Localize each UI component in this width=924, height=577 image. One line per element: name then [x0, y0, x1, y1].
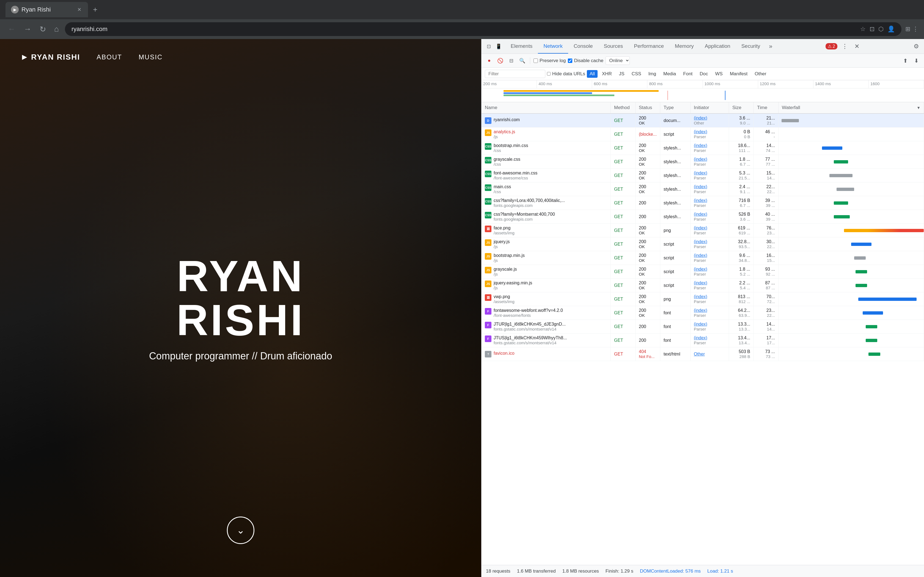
th-method[interactable]: Method [611, 102, 635, 113]
reload-button[interactable]: ↻ [37, 23, 48, 36]
extensions-button[interactable]: ⊞ [905, 26, 910, 33]
waterfall-bar [866, 325, 877, 328]
td-type: script [660, 279, 691, 292]
tab-memory[interactable]: Memory [669, 39, 699, 53]
active-tab[interactable]: ▶ Ryan Rishi ✕ [5, 2, 88, 17]
filter-button[interactable]: ⊟ [507, 56, 515, 65]
load-time: Load: 1.21 s [707, 569, 733, 574]
disable-cache-checkbox[interactable] [568, 58, 572, 63]
size-value: 18.6... [732, 143, 750, 148]
record-button[interactable]: ● [485, 56, 494, 65]
back-button[interactable]: ← [5, 23, 18, 36]
filter-css[interactable]: CSS [629, 70, 644, 78]
search-button[interactable]: 🔍 [518, 56, 527, 65]
table-row[interactable]: CSS main.css /css GET 200 OK stylesh... … [481, 182, 924, 196]
download-icon: ⬇ [914, 57, 919, 64]
devtools-more-button[interactable]: ⋮ [840, 41, 850, 52]
table-row[interactable]: JS grayscale.js /js GET 200 OK script (i… [481, 265, 924, 279]
th-waterfall[interactable]: Waterfall ▼ [779, 102, 924, 113]
td-waterfall [779, 210, 924, 223]
tab-elements[interactable]: Elements [505, 39, 538, 53]
devtools-device-button[interactable]: 📱 [494, 42, 503, 51]
table-row[interactable]: 🖼 face.png /assets/img GET 200 OK png (i… [481, 224, 924, 237]
tab-console[interactable]: Console [568, 39, 598, 53]
table-row[interactable]: 🖼 vwp.png /assets/img GET 200 OK png (in… [481, 292, 924, 306]
bookmark-icon[interactable]: ☆ [860, 26, 866, 33]
tab-sources[interactable]: Sources [598, 39, 628, 53]
filter-img[interactable]: Img [646, 70, 659, 78]
site-logo: ▶ RYAN RISHI [22, 53, 80, 61]
tab-application[interactable]: Application [699, 39, 736, 53]
table-row[interactable]: CSS css?family=Montserrat:400,700 fonts.… [481, 210, 924, 224]
scroll-button[interactable]: ⌄ [227, 517, 254, 544]
cast-icon[interactable]: ⊡ [869, 26, 874, 33]
home-button[interactable]: ⌂ [52, 23, 61, 36]
table-row[interactable]: ? favicon.ico GET 404 Not Fo... text/htm… [481, 347, 924, 361]
filter-other[interactable]: Other [752, 70, 769, 78]
table-row[interactable]: CSS grayscale.css /css GET 200 OK styles… [481, 155, 924, 169]
filter-doc[interactable]: Doc [697, 70, 711, 78]
devtools-actions: ⚠2 ⋮ ✕ [825, 41, 862, 52]
address-input[interactable]: ryanrishi.com ☆ ⊡ ⬡ 👤 [65, 22, 901, 36]
table-row[interactable]: JS analytics.js /js GET (blocke... scrip… [481, 127, 924, 141]
devtools-inspect-button[interactable]: ⊡ [484, 42, 493, 51]
td-type: font [660, 334, 691, 347]
filter-xhr[interactable]: XHR [599, 70, 615, 78]
td-name: JS grayscale.js /js [481, 265, 611, 278]
table-row[interactable]: D ryanrishi.com GET 200 OK docum... (ind… [481, 114, 924, 127]
td-status: 200 OK [635, 114, 660, 127]
table-row[interactable]: JS jquery.easing.min.js /js GET 200 OK s… [481, 279, 924, 292]
devtools-close-button[interactable]: ✕ [852, 41, 862, 52]
filter-font[interactable]: Font [680, 70, 695, 78]
import-button[interactable]: ⬆ [901, 56, 910, 65]
tab-close-button[interactable]: ✕ [76, 5, 82, 14]
waterfall-bar [834, 201, 848, 205]
filter-input[interactable] [485, 70, 545, 78]
tab-security[interactable]: Security [736, 39, 766, 53]
more-tabs-button[interactable]: » [766, 43, 775, 50]
table-row[interactable]: F JTUS|lg1_i6t8kCHKm459WlhyyTh8... fonts… [481, 334, 924, 347]
filter-ws[interactable]: WS [712, 70, 725, 78]
table-row[interactable]: F fontawesome-webfont.woff?v=4.2.0 /font… [481, 306, 924, 320]
td-size: 13.3... 13.3... [729, 320, 754, 333]
th-name[interactable]: Name [481, 102, 611, 113]
hide-data-urls-label[interactable]: Hide data URLs [547, 71, 585, 77]
td-status: 200 OK [635, 251, 660, 264]
file-path: fonts.googleapis.com [494, 217, 555, 221]
type-value: docum... [664, 118, 687, 123]
table-row[interactable]: CSS bootstrap.min.css /css GET 200 OK st… [481, 141, 924, 155]
filter-manifest[interactable]: Manifest [727, 70, 750, 78]
nav-about[interactable]: ABOUT [97, 53, 122, 61]
disable-cache-label[interactable]: Disable cache [568, 58, 603, 63]
table-row[interactable]: CSS css?family=Lora:400,700,400italic,..… [481, 196, 924, 210]
filter-all[interactable]: All [587, 70, 598, 78]
forward-button[interactable]: → [21, 23, 34, 36]
th-status[interactable]: Status [635, 102, 660, 113]
hide-data-urls-checkbox[interactable] [547, 72, 551, 76]
th-type[interactable]: Type [660, 102, 691, 113]
table-row[interactable]: JS bootstrap.min.js /js GET 200 OK scrip… [481, 251, 924, 265]
preserve-log-label[interactable]: Preserve log [533, 58, 566, 63]
th-initiator[interactable]: Initiator [691, 102, 729, 113]
new-tab-button[interactable]: + [91, 3, 100, 16]
devtools-settings-icon[interactable]: ⚙ [911, 41, 921, 52]
th-time[interactable]: Time [754, 102, 779, 113]
table-row[interactable]: CSS font-awesome.min.css /font-awesome/c… [481, 169, 924, 182]
export-button[interactable]: ⬇ [912, 56, 921, 65]
tab-performance[interactable]: Performance [628, 39, 669, 53]
clear-button[interactable]: 🚫 [496, 56, 505, 65]
table-row[interactable]: F JTUR|lg1_i6t8kCHKm45_dJE3gnD... fonts.… [481, 320, 924, 334]
nav-music[interactable]: MUSIC [139, 53, 163, 61]
filter-js[interactable]: JS [616, 70, 627, 78]
settings-button[interactable]: ⋮ [913, 26, 919, 33]
preserve-log-checkbox[interactable] [533, 58, 538, 63]
account-icon[interactable]: 👤 [887, 26, 895, 33]
initiator-value: (index) [694, 157, 725, 162]
file-type-icon: D [485, 117, 491, 124]
extension-icon[interactable]: ⬡ [878, 26, 884, 33]
th-size[interactable]: Size [729, 102, 754, 113]
filter-media[interactable]: Media [661, 70, 679, 78]
tab-network[interactable]: Network [538, 39, 568, 53]
table-row[interactable]: JS jquery.js /js GET 200 OK script (inde… [481, 237, 924, 251]
throttle-select[interactable]: Online [606, 56, 630, 65]
